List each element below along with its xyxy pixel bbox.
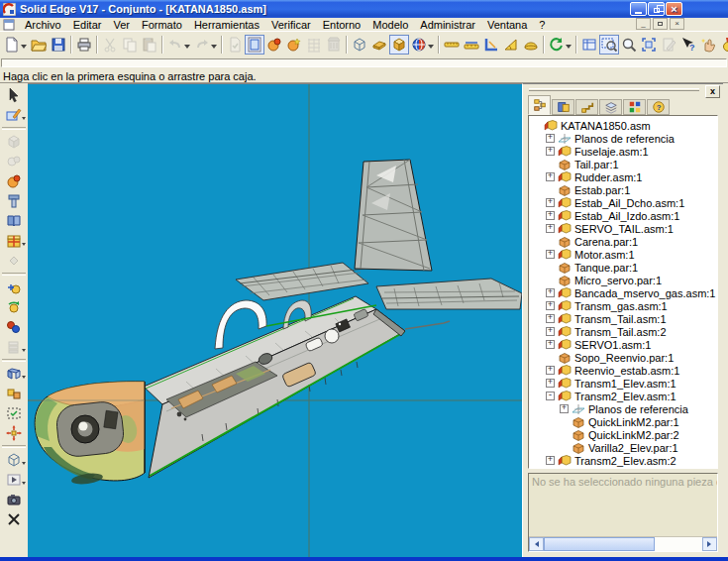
close-button[interactable]: × bbox=[666, 2, 682, 16]
explode-button[interactable] bbox=[2, 423, 26, 443]
tree-item[interactable]: +Planos de referencia bbox=[529, 132, 717, 145]
help-select-button[interactable]: ? bbox=[678, 35, 698, 55]
show-hide-part-button[interactable] bbox=[2, 364, 26, 384]
tree-item[interactable]: QuickLinkM2.par:2 bbox=[529, 428, 717, 441]
dropdown-arrow-icon[interactable] bbox=[22, 376, 26, 381]
clamp-button[interactable] bbox=[2, 191, 26, 211]
tree-item[interactable]: Carena.par:1 bbox=[529, 235, 717, 248]
tree-expander-plus[interactable]: + bbox=[560, 404, 569, 413]
physical-properties-button[interactable] bbox=[521, 35, 541, 55]
fit-button[interactable] bbox=[639, 35, 659, 55]
dropdown-arrow-icon[interactable] bbox=[21, 45, 27, 52]
tree-expander-plus[interactable]: + bbox=[546, 198, 555, 207]
place-part-button[interactable] bbox=[2, 132, 26, 152]
tab-pathfinder[interactable] bbox=[528, 95, 551, 115]
tab-parts-library[interactable] bbox=[552, 99, 574, 115]
move-part-button[interactable] bbox=[2, 278, 26, 297]
measure-normal-button[interactable] bbox=[481, 35, 501, 55]
flashfit-assemble-button[interactable] bbox=[2, 171, 26, 191]
tree-item[interactable]: +Estab_Ail_Dcho.asm:1 bbox=[529, 196, 717, 209]
capture-image-button[interactable] bbox=[2, 490, 26, 509]
tree-item[interactable]: Tanque.par:1 bbox=[529, 261, 717, 274]
measure-angle-button[interactable] bbox=[501, 35, 521, 55]
undo-button[interactable] bbox=[165, 35, 192, 55]
print-button[interactable] bbox=[74, 35, 94, 55]
replace-part-button[interactable] bbox=[2, 337, 26, 357]
tree-item[interactable]: +Transm_Tail.asm:1 bbox=[529, 312, 717, 325]
drag-component-button[interactable] bbox=[2, 317, 26, 337]
restore-button[interactable] bbox=[648, 2, 665, 16]
tree-item[interactable]: Tail.par:1 bbox=[529, 158, 717, 170]
edgebar-grab-handle[interactable] bbox=[529, 88, 699, 91]
tree-expander-plus[interactable]: + bbox=[546, 211, 555, 220]
draft-button[interactable] bbox=[324, 35, 344, 55]
tree-item[interactable]: +Transm_Tail.asm:2 bbox=[529, 325, 717, 338]
previous-view-button[interactable] bbox=[659, 35, 678, 55]
display-configurations-button[interactable] bbox=[2, 450, 26, 470]
mdi-close-button[interactable]: × bbox=[670, 18, 684, 30]
menu-editar[interactable]: Editar bbox=[67, 19, 108, 31]
edgebar-toggle-button[interactable] bbox=[245, 35, 264, 55]
cut-button[interactable] bbox=[100, 35, 120, 55]
wireframe-view-button[interactable] bbox=[350, 35, 369, 55]
zoom-area-button[interactable] bbox=[599, 35, 619, 55]
view-orientation-button[interactable] bbox=[409, 35, 436, 55]
tree-item[interactable]: +Estab_Ail_Izdo.asm:1 bbox=[529, 209, 717, 222]
capture-fit-button[interactable] bbox=[2, 152, 26, 171]
menu-ver[interactable]: Ver bbox=[107, 19, 136, 31]
new-button[interactable] bbox=[2, 35, 29, 55]
dropdown-arrow-icon[interactable] bbox=[22, 117, 26, 122]
menu-administrar[interactable]: Administrar bbox=[414, 19, 481, 31]
dropdown-arrow-icon[interactable] bbox=[22, 482, 26, 487]
pattern-button[interactable] bbox=[2, 231, 26, 251]
dropdown-arrow-icon[interactable] bbox=[566, 45, 572, 52]
tree-expander-plus[interactable]: + bbox=[546, 288, 555, 297]
measure-minimum-button[interactable] bbox=[462, 35, 481, 55]
redo-button[interactable] bbox=[192, 35, 219, 55]
tree-expander-plus[interactable]: + bbox=[546, 147, 555, 156]
tree-item[interactable]: +Rudder.asm:1 bbox=[529, 170, 717, 183]
rewards-button[interactable] bbox=[718, 35, 728, 55]
dropdown-arrow-icon[interactable] bbox=[184, 45, 190, 52]
open-button[interactable] bbox=[29, 35, 49, 55]
menu-ventana[interactable]: Ventana bbox=[481, 19, 533, 31]
tree-item[interactable]: +Planos de referencia bbox=[529, 402, 717, 415]
tree-item[interactable]: +Transm_gas.asm:1 bbox=[529, 299, 717, 312]
scrollbar-track[interactable] bbox=[655, 537, 702, 551]
dropdown-arrow-icon[interactable] bbox=[211, 45, 217, 52]
flashfit-button[interactable] bbox=[284, 35, 304, 55]
tree-expander-minus[interactable]: - bbox=[546, 392, 555, 400]
tab-layers[interactable] bbox=[599, 99, 622, 115]
tree-item[interactable]: Varilla2_Elev.par:1 bbox=[529, 441, 717, 454]
tree-item[interactable]: +Fuselaje.asm:1 bbox=[529, 145, 717, 158]
save-button[interactable] bbox=[49, 35, 68, 55]
menu-herramientas[interactable]: Herramientas bbox=[188, 19, 265, 31]
tree-expander-plus[interactable]: + bbox=[546, 134, 555, 143]
zoom-button[interactable] bbox=[619, 35, 639, 55]
motion-button[interactable] bbox=[2, 470, 26, 490]
scroll-right-button[interactable] bbox=[702, 537, 717, 551]
tree-item[interactable]: +Transm2_Elev.asm:2 bbox=[529, 454, 717, 467]
mdi-minimize-button[interactable]: _ bbox=[636, 18, 651, 30]
select-button[interactable] bbox=[2, 85, 26, 105]
minimize-button[interactable] bbox=[630, 2, 647, 16]
scroll-left-button[interactable] bbox=[529, 537, 544, 551]
measure-distance-button[interactable] bbox=[442, 35, 462, 55]
tree-item[interactable]: +Motor.asm:1 bbox=[529, 248, 717, 261]
tree-item[interactable]: Estab.par:1 bbox=[529, 183, 717, 196]
tab-feature-library[interactable] bbox=[575, 99, 598, 115]
notebook-button[interactable] bbox=[2, 211, 26, 231]
tree-item[interactable]: +Transm1_Elev.asm:1 bbox=[529, 377, 717, 390]
cut-section-button[interactable] bbox=[2, 509, 26, 529]
select-tool-visible-button[interactable] bbox=[698, 35, 718, 55]
menu-archivo[interactable]: Archivo bbox=[19, 19, 67, 31]
tree-expander-plus[interactable]: + bbox=[546, 366, 555, 375]
tree-item[interactable]: Sopo_Reenvio.par:1 bbox=[529, 351, 717, 364]
dropdown-arrow-icon[interactable] bbox=[22, 349, 26, 354]
visible-edges-view-button[interactable] bbox=[369, 35, 389, 55]
edgebar-close-button[interactable]: x bbox=[705, 85, 720, 98]
tree-expander-plus[interactable]: + bbox=[546, 301, 555, 310]
tree-expander-plus[interactable]: + bbox=[546, 224, 555, 233]
shaded-view-button[interactable] bbox=[389, 35, 409, 55]
sketch-button[interactable] bbox=[2, 105, 26, 125]
